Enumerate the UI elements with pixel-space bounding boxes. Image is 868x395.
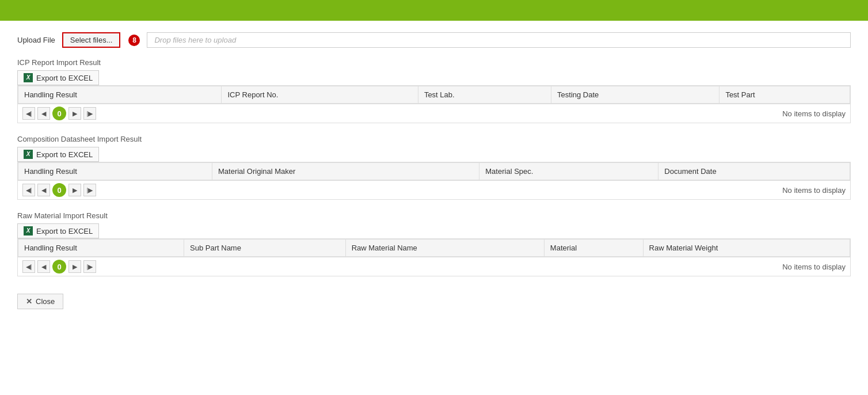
close-button[interactable]: ✕ Close — [17, 294, 63, 309]
icp-last-page-button[interactable]: |▶ — [83, 107, 96, 120]
upload-label: Upload File — [17, 36, 55, 44]
composition-section-title: Composition Datasheet Import Result — [17, 135, 851, 143]
excel-icon: X — [24, 73, 33, 82]
raw-material-header-row: Handling Result Sub Part Name Raw Materi… — [18, 240, 850, 257]
excel-icon-3: X — [24, 226, 33, 236]
badge-8: 8 — [128, 35, 140, 46]
composition-last-page-button[interactable]: |▶ — [83, 184, 96, 196]
icp-section-title: ICP Report Import Result — [17, 58, 851, 67]
icp-header-row: Handling Result ICP Report No. Test Lab.… — [18, 86, 850, 104]
composition-export-button[interactable]: X Export to EXCEL — [17, 147, 99, 162]
drop-zone[interactable]: Drop files here to upload — [147, 32, 851, 48]
raw-material-prev-page-button[interactable]: ◀ — [37, 260, 50, 273]
icp-table: Handling Result ICP Report No. Test Lab.… — [18, 86, 850, 104]
raw-material-col-material: Material — [544, 240, 643, 257]
composition-no-items: No items to display — [782, 186, 846, 195]
composition-first-page-button[interactable]: ◀| — [22, 184, 35, 196]
composition-col-handling: Handling Result — [18, 163, 212, 180]
raw-material-first-page-button[interactable]: ◀| — [22, 260, 35, 273]
composition-page-count: 0 — [52, 183, 66, 197]
raw-material-pagination: ◀| ◀ 0 ▶ |▶ No items to display — [17, 257, 851, 276]
composition-prev-page-button[interactable]: ◀ — [37, 184, 50, 196]
excel-icon-2: X — [24, 150, 33, 159]
select-files-button[interactable]: Select files... — [62, 32, 121, 48]
composition-col-spec: Material Spec. — [479, 163, 658, 180]
raw-material-section: Raw Material Import Result X Export to E… — [17, 211, 851, 276]
icp-col-handling: Handling Result — [18, 86, 222, 104]
raw-material-no-items: No items to display — [782, 263, 846, 271]
raw-material-col-weight: Raw Material Weight — [643, 240, 850, 257]
raw-material-last-page-button[interactable]: |▶ — [83, 260, 96, 273]
icp-col-report-no: ICP Report No. — [222, 86, 418, 104]
raw-material-page-count: 0 — [52, 260, 66, 274]
upload-row: Upload File Select files... 8 Drop files… — [17, 32, 851, 48]
icp-col-testing-date: Testing Date — [551, 86, 719, 104]
icp-next-page-button[interactable]: ▶ — [68, 107, 81, 120]
top-bar — [0, 0, 868, 21]
composition-header-row: Handling Result Material Original Maker … — [18, 163, 850, 180]
icp-no-items: No items to display — [782, 109, 846, 118]
icp-first-page-button[interactable]: ◀| — [22, 107, 35, 120]
composition-next-page-button[interactable]: ▶ — [68, 184, 81, 196]
icp-export-button[interactable]: X Export to EXCEL — [17, 70, 99, 85]
composition-pagination: ◀| ◀ 0 ▶ |▶ No items to display — [17, 181, 851, 200]
icp-pagination: ◀| ◀ 0 ▶ |▶ No items to display — [17, 104, 851, 123]
raw-material-table-wrapper: Handling Result Sub Part Name Raw Materi… — [17, 238, 851, 257]
raw-material-export-button[interactable]: X Export to EXCEL — [17, 223, 99, 238]
raw-material-col-sub-part: Sub Part Name — [184, 240, 346, 257]
raw-material-col-handling: Handling Result — [18, 240, 184, 257]
composition-table: Handling Result Material Original Maker … — [18, 162, 850, 180]
icp-col-test-part: Test Part — [719, 86, 850, 104]
icp-prev-page-button[interactable]: ◀ — [37, 107, 50, 120]
close-x-icon: ✕ — [26, 297, 32, 306]
icp-page-count: 0 — [52, 107, 66, 120]
composition-section: Composition Datasheet Import Result X Ex… — [17, 135, 851, 200]
raw-material-table: Handling Result Sub Part Name Raw Materi… — [18, 239, 850, 257]
composition-col-maker: Material Original Maker — [212, 163, 479, 180]
icp-table-wrapper: Handling Result ICP Report No. Test Lab.… — [17, 85, 851, 104]
raw-material-section-title: Raw Material Import Result — [17, 211, 851, 220]
raw-material-next-page-button[interactable]: ▶ — [68, 260, 81, 273]
raw-material-col-name: Raw Material Name — [345, 240, 544, 257]
icp-col-test-lab: Test Lab. — [418, 86, 551, 104]
composition-col-date: Document Date — [658, 163, 850, 180]
icp-section: ICP Report Import Result X Export to EXC… — [17, 58, 851, 123]
composition-table-wrapper: Handling Result Material Original Maker … — [17, 162, 851, 181]
